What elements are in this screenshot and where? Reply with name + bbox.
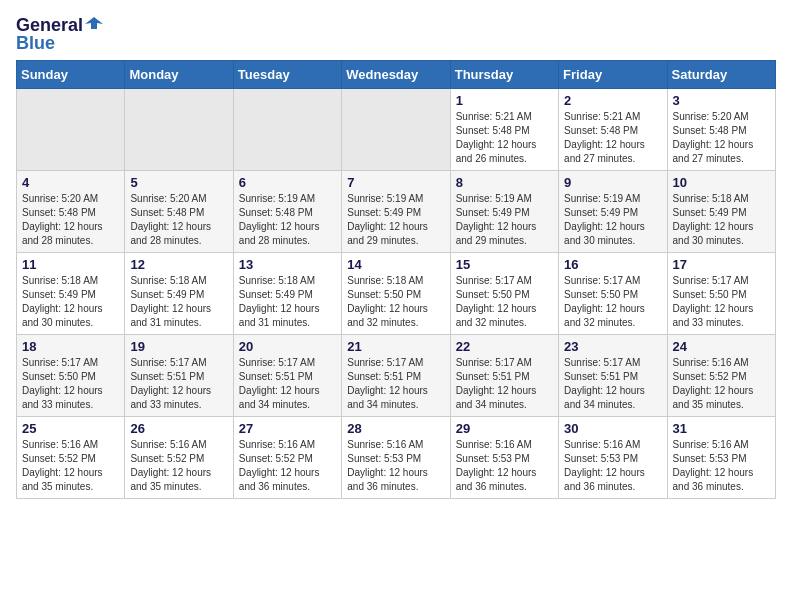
calendar-week-1: 1Sunrise: 5:21 AM Sunset: 5:48 PM Daylig…	[17, 89, 776, 171]
day-info: Sunrise: 5:16 AM Sunset: 5:53 PM Dayligh…	[347, 438, 444, 494]
page-header: General Blue	[16, 16, 776, 52]
day-info: Sunrise: 5:17 AM Sunset: 5:50 PM Dayligh…	[564, 274, 661, 330]
day-info: Sunrise: 5:16 AM Sunset: 5:52 PM Dayligh…	[22, 438, 119, 494]
day-info: Sunrise: 5:16 AM Sunset: 5:52 PM Dayligh…	[239, 438, 336, 494]
calendar-week-3: 11Sunrise: 5:18 AM Sunset: 5:49 PM Dayli…	[17, 253, 776, 335]
day-number: 2	[564, 93, 661, 108]
logo: General Blue	[16, 16, 103, 52]
calendar-cell: 10Sunrise: 5:18 AM Sunset: 5:49 PM Dayli…	[667, 171, 775, 253]
calendar-week-2: 4Sunrise: 5:20 AM Sunset: 5:48 PM Daylig…	[17, 171, 776, 253]
day-number: 25	[22, 421, 119, 436]
day-number: 31	[673, 421, 770, 436]
day-info: Sunrise: 5:17 AM Sunset: 5:51 PM Dayligh…	[564, 356, 661, 412]
day-number: 23	[564, 339, 661, 354]
weekday-header-saturday: Saturday	[667, 61, 775, 89]
calendar-table: SundayMondayTuesdayWednesdayThursdayFrid…	[16, 60, 776, 499]
calendar-cell: 9Sunrise: 5:19 AM Sunset: 5:49 PM Daylig…	[559, 171, 667, 253]
calendar-cell: 21Sunrise: 5:17 AM Sunset: 5:51 PM Dayli…	[342, 335, 450, 417]
day-info: Sunrise: 5:17 AM Sunset: 5:51 PM Dayligh…	[456, 356, 553, 412]
calendar-cell: 1Sunrise: 5:21 AM Sunset: 5:48 PM Daylig…	[450, 89, 558, 171]
day-number: 22	[456, 339, 553, 354]
weekday-header-friday: Friday	[559, 61, 667, 89]
day-info: Sunrise: 5:20 AM Sunset: 5:48 PM Dayligh…	[22, 192, 119, 248]
calendar-cell: 22Sunrise: 5:17 AM Sunset: 5:51 PM Dayli…	[450, 335, 558, 417]
day-number: 1	[456, 93, 553, 108]
day-info: Sunrise: 5:19 AM Sunset: 5:49 PM Dayligh…	[456, 192, 553, 248]
calendar-cell: 7Sunrise: 5:19 AM Sunset: 5:49 PM Daylig…	[342, 171, 450, 253]
calendar-cell: 28Sunrise: 5:16 AM Sunset: 5:53 PM Dayli…	[342, 417, 450, 499]
day-info: Sunrise: 5:18 AM Sunset: 5:49 PM Dayligh…	[239, 274, 336, 330]
day-number: 17	[673, 257, 770, 272]
calendar-cell: 18Sunrise: 5:17 AM Sunset: 5:50 PM Dayli…	[17, 335, 125, 417]
calendar-cell: 11Sunrise: 5:18 AM Sunset: 5:49 PM Dayli…	[17, 253, 125, 335]
calendar-cell: 19Sunrise: 5:17 AM Sunset: 5:51 PM Dayli…	[125, 335, 233, 417]
day-info: Sunrise: 5:21 AM Sunset: 5:48 PM Dayligh…	[564, 110, 661, 166]
day-info: Sunrise: 5:17 AM Sunset: 5:50 PM Dayligh…	[673, 274, 770, 330]
calendar-cell: 30Sunrise: 5:16 AM Sunset: 5:53 PM Dayli…	[559, 417, 667, 499]
day-number: 26	[130, 421, 227, 436]
weekday-header-sunday: Sunday	[17, 61, 125, 89]
day-info: Sunrise: 5:21 AM Sunset: 5:48 PM Dayligh…	[456, 110, 553, 166]
calendar-cell: 15Sunrise: 5:17 AM Sunset: 5:50 PM Dayli…	[450, 253, 558, 335]
day-number: 24	[673, 339, 770, 354]
day-number: 14	[347, 257, 444, 272]
day-number: 5	[130, 175, 227, 190]
calendar-cell: 5Sunrise: 5:20 AM Sunset: 5:48 PM Daylig…	[125, 171, 233, 253]
calendar-cell	[342, 89, 450, 171]
day-number: 12	[130, 257, 227, 272]
weekday-header-thursday: Thursday	[450, 61, 558, 89]
day-info: Sunrise: 5:20 AM Sunset: 5:48 PM Dayligh…	[130, 192, 227, 248]
calendar-cell: 6Sunrise: 5:19 AM Sunset: 5:48 PM Daylig…	[233, 171, 341, 253]
day-number: 20	[239, 339, 336, 354]
calendar-cell: 25Sunrise: 5:16 AM Sunset: 5:52 PM Dayli…	[17, 417, 125, 499]
calendar-week-5: 25Sunrise: 5:16 AM Sunset: 5:52 PM Dayli…	[17, 417, 776, 499]
day-info: Sunrise: 5:18 AM Sunset: 5:49 PM Dayligh…	[673, 192, 770, 248]
calendar-cell: 2Sunrise: 5:21 AM Sunset: 5:48 PM Daylig…	[559, 89, 667, 171]
logo-bird-icon	[85, 15, 103, 33]
day-info: Sunrise: 5:17 AM Sunset: 5:50 PM Dayligh…	[456, 274, 553, 330]
calendar-cell: 3Sunrise: 5:20 AM Sunset: 5:48 PM Daylig…	[667, 89, 775, 171]
calendar-cell: 20Sunrise: 5:17 AM Sunset: 5:51 PM Dayli…	[233, 335, 341, 417]
logo-general-text: General	[16, 16, 83, 34]
calendar-cell	[125, 89, 233, 171]
day-number: 10	[673, 175, 770, 190]
day-info: Sunrise: 5:17 AM Sunset: 5:51 PM Dayligh…	[239, 356, 336, 412]
svg-marker-0	[85, 17, 103, 29]
weekday-header-wednesday: Wednesday	[342, 61, 450, 89]
day-number: 15	[456, 257, 553, 272]
weekday-header-row: SundayMondayTuesdayWednesdayThursdayFrid…	[17, 61, 776, 89]
weekday-header-tuesday: Tuesday	[233, 61, 341, 89]
calendar-week-4: 18Sunrise: 5:17 AM Sunset: 5:50 PM Dayli…	[17, 335, 776, 417]
logo-blue-text: Blue	[16, 34, 55, 52]
calendar-cell: 24Sunrise: 5:16 AM Sunset: 5:52 PM Dayli…	[667, 335, 775, 417]
day-number: 18	[22, 339, 119, 354]
weekday-header-monday: Monday	[125, 61, 233, 89]
day-number: 6	[239, 175, 336, 190]
calendar-cell	[233, 89, 341, 171]
day-info: Sunrise: 5:18 AM Sunset: 5:49 PM Dayligh…	[22, 274, 119, 330]
calendar-cell: 27Sunrise: 5:16 AM Sunset: 5:52 PM Dayli…	[233, 417, 341, 499]
day-info: Sunrise: 5:18 AM Sunset: 5:49 PM Dayligh…	[130, 274, 227, 330]
calendar-cell: 26Sunrise: 5:16 AM Sunset: 5:52 PM Dayli…	[125, 417, 233, 499]
day-info: Sunrise: 5:16 AM Sunset: 5:52 PM Dayligh…	[130, 438, 227, 494]
day-number: 21	[347, 339, 444, 354]
calendar-cell: 4Sunrise: 5:20 AM Sunset: 5:48 PM Daylig…	[17, 171, 125, 253]
day-number: 3	[673, 93, 770, 108]
day-info: Sunrise: 5:19 AM Sunset: 5:49 PM Dayligh…	[564, 192, 661, 248]
day-number: 9	[564, 175, 661, 190]
calendar-cell: 14Sunrise: 5:18 AM Sunset: 5:50 PM Dayli…	[342, 253, 450, 335]
calendar-cell: 17Sunrise: 5:17 AM Sunset: 5:50 PM Dayli…	[667, 253, 775, 335]
day-number: 11	[22, 257, 119, 272]
day-number: 16	[564, 257, 661, 272]
day-info: Sunrise: 5:16 AM Sunset: 5:53 PM Dayligh…	[564, 438, 661, 494]
calendar-cell: 23Sunrise: 5:17 AM Sunset: 5:51 PM Dayli…	[559, 335, 667, 417]
day-number: 13	[239, 257, 336, 272]
day-info: Sunrise: 5:17 AM Sunset: 5:50 PM Dayligh…	[22, 356, 119, 412]
day-number: 29	[456, 421, 553, 436]
day-number: 28	[347, 421, 444, 436]
day-info: Sunrise: 5:16 AM Sunset: 5:53 PM Dayligh…	[673, 438, 770, 494]
calendar-cell: 13Sunrise: 5:18 AM Sunset: 5:49 PM Dayli…	[233, 253, 341, 335]
day-number: 19	[130, 339, 227, 354]
day-number: 7	[347, 175, 444, 190]
day-info: Sunrise: 5:18 AM Sunset: 5:50 PM Dayligh…	[347, 274, 444, 330]
